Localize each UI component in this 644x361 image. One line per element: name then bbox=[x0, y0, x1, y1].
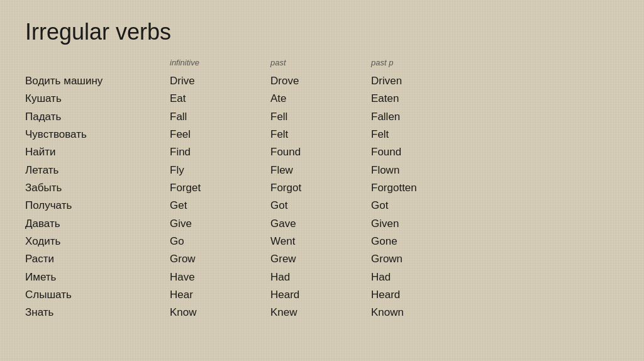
cell-russian: Найти bbox=[25, 144, 170, 160]
cell-past: Gave bbox=[270, 216, 371, 232]
table-row: Расти Grow Grew Grown bbox=[25, 250, 619, 268]
table-row: Кушать Eat Ate Eaten bbox=[25, 90, 619, 108]
cell-past: Drove bbox=[270, 73, 371, 89]
table-row: Найти Find Found Found bbox=[25, 143, 619, 161]
cell-russian: Водить машину bbox=[25, 73, 170, 89]
table-body: Водить машину Drive Drove Driven Кушать … bbox=[25, 72, 619, 322]
cell-infinitive: Go bbox=[170, 233, 270, 250]
cell-russian: Давать bbox=[25, 216, 170, 232]
cell-past: Flew bbox=[270, 162, 371, 179]
table-row: Слышать Hear Heard Heard bbox=[25, 286, 619, 304]
cell-russian: Получать bbox=[25, 197, 170, 214]
cell-past: Went bbox=[270, 233, 371, 250]
cell-past: Got bbox=[270, 197, 371, 214]
table-row: Падать Fall Fell Fallen bbox=[25, 108, 619, 126]
verbs-table: infinitive past past p Водить машину Dri… bbox=[25, 58, 619, 322]
cell-russian: Слышать bbox=[25, 287, 170, 303]
cell-pastp: Driven bbox=[371, 73, 497, 89]
table-header: infinitive past past p bbox=[25, 58, 619, 67]
cell-pastp: Grown bbox=[371, 251, 497, 267]
header-pastp: past p bbox=[371, 58, 497, 67]
cell-past: Heard bbox=[270, 287, 371, 303]
page: Irregular verbs infinitive past past p В… bbox=[0, 0, 644, 361]
table-row: Иметь Have Had Had bbox=[25, 269, 619, 286]
cell-pastp: Fallen bbox=[371, 109, 497, 125]
cell-pastp: Known bbox=[371, 304, 497, 321]
cell-infinitive: Drive bbox=[170, 73, 270, 89]
cell-russian: Иметь bbox=[25, 269, 170, 286]
table-row: Знать Know Knew Known bbox=[25, 304, 619, 321]
cell-pastp: Flown bbox=[371, 162, 497, 179]
cell-russian: Знать bbox=[25, 304, 170, 321]
cell-infinitive: Eat bbox=[170, 91, 270, 107]
cell-infinitive: Hear bbox=[170, 287, 270, 303]
cell-russian: Падать bbox=[25, 109, 170, 125]
page-title: Irregular verbs bbox=[25, 19, 619, 45]
cell-past: Forgot bbox=[270, 180, 371, 196]
cell-past: Felt bbox=[270, 126, 371, 143]
cell-russian: Ходить bbox=[25, 233, 170, 250]
cell-pastp: Given bbox=[371, 216, 497, 232]
cell-infinitive: Feel bbox=[170, 126, 270, 143]
cell-russian: Расти bbox=[25, 251, 170, 267]
cell-infinitive: Give bbox=[170, 216, 270, 232]
cell-pastp: Got bbox=[371, 197, 497, 214]
cell-past: Had bbox=[270, 269, 371, 286]
cell-infinitive: Fly bbox=[170, 162, 270, 179]
cell-infinitive: Find bbox=[170, 144, 270, 160]
cell-past: Knew bbox=[270, 304, 371, 321]
table-row: Давать Give Gave Given bbox=[25, 215, 619, 233]
cell-past: Fell bbox=[270, 109, 371, 125]
cell-russian: Чувствовать bbox=[25, 126, 170, 143]
cell-infinitive: Know bbox=[170, 304, 270, 321]
cell-russian: Кушать bbox=[25, 91, 170, 107]
cell-infinitive: Fall bbox=[170, 109, 270, 125]
cell-infinitive: Get bbox=[170, 197, 270, 214]
cell-infinitive: Have bbox=[170, 269, 270, 286]
header-past: past bbox=[270, 58, 371, 67]
cell-pastp: Heard bbox=[371, 287, 497, 303]
table-row: Водить машину Drive Drove Driven bbox=[25, 72, 619, 90]
cell-russian: Забыть bbox=[25, 180, 170, 196]
cell-past: Ate bbox=[270, 91, 371, 107]
cell-pastp: Gone bbox=[371, 233, 497, 250]
header-col0 bbox=[25, 58, 170, 67]
table-row: Забыть Forget Forgot Forgotten bbox=[25, 179, 619, 197]
cell-infinitive: Grow bbox=[170, 251, 270, 267]
cell-pastp: Eaten bbox=[371, 91, 497, 107]
cell-pastp: Felt bbox=[371, 126, 497, 143]
table-row: Получать Get Got Got bbox=[25, 197, 619, 214]
cell-pastp: Found bbox=[371, 144, 497, 160]
cell-infinitive: Forget bbox=[170, 180, 270, 196]
cell-pastp: Had bbox=[371, 269, 497, 286]
table-row: Летать Fly Flew Flown bbox=[25, 162, 619, 179]
cell-pastp: Forgotten bbox=[371, 180, 497, 196]
table-row: Чувствовать Feel Felt Felt bbox=[25, 126, 619, 143]
cell-past: Found bbox=[270, 144, 371, 160]
header-infinitive: infinitive bbox=[170, 58, 270, 67]
cell-russian: Летать bbox=[25, 162, 170, 179]
cell-past: Grew bbox=[270, 251, 371, 267]
table-row: Ходить Go Went Gone bbox=[25, 233, 619, 250]
